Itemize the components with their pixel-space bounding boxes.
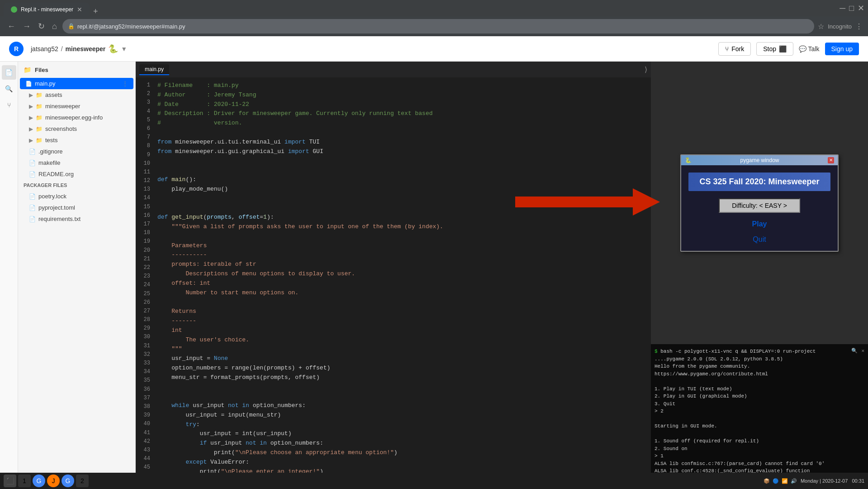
file-icon-pyproject: 📄 [29, 205, 36, 211]
file-icon-mainpy: 📄 [25, 81, 32, 87]
folder-icon-minesweeper2: 📁 [36, 103, 43, 110]
folder-icon-assets2: 📁 [36, 92, 43, 98]
packager-section-label: Packager files [18, 180, 135, 191]
signup-label: Sign up [831, 45, 853, 53]
file-icon-readme: 📄 [29, 171, 36, 177]
dropdown-icon[interactable]: ▼ [121, 45, 127, 53]
browser-titlebar: Repl.it - minesweeper ✕ + ─ □ ✕ [0, 0, 868, 16]
game-title: CS 325 Fall 2020: Minesweeper [688, 173, 830, 191]
search-icon-btn[interactable]: 🔍 [2, 82, 16, 96]
files-icon-btn[interactable]: 📄 [2, 65, 16, 80]
taskbar-chrome2[interactable]: G [62, 475, 74, 487]
folder-icon-egg: ▶ [29, 115, 33, 121]
file-poetry-lock[interactable]: 📄 poetry.lock [18, 191, 135, 202]
editor-tab-mainpy[interactable]: main.py [139, 64, 169, 75]
lock-icon: 🔒 [68, 23, 75, 29]
new-tab-button[interactable]: + [90, 7, 102, 16]
folder-assets[interactable]: ▶ 📁 assets [18, 89, 135, 101]
folder-name-egg: minesweeper.egg-info [45, 114, 103, 121]
terminal-prompt: $ [655, 349, 658, 354]
home-button[interactable]: ⌂ [50, 20, 59, 33]
quit-button[interactable]: Quit [753, 235, 766, 244]
folder-tests[interactable]: ▶ 📁 tests [18, 134, 135, 146]
code-content: # Filename : main.py # Author : Jeremy T… [154, 81, 651, 485]
fork-button[interactable]: ⑂ Fork [718, 42, 751, 56]
fork-icon: ⑂ [725, 45, 729, 53]
files-header: 📁 Files [18, 62, 135, 78]
breadcrumb-user: jatsang52 [31, 45, 58, 53]
nav-actions: ☆ Incognito ⋮ [818, 22, 863, 31]
menu-btn[interactable]: ⋮ [855, 22, 863, 31]
difficulty-button[interactable]: Difficulty: < EASY > [719, 198, 800, 213]
taskbar-time: 00:31 [852, 478, 864, 484]
incognito-label: Incognito [828, 23, 852, 30]
right-panel: 🐍 pygame window ✕ CS 325 Fall 2020: Mine… [651, 62, 868, 489]
terminal-area: 🔍 ✕ $ bash -c polygott-x11-vnc q && DISP… [651, 344, 868, 489]
code-editor-area: main.py ⟩ 12345 678910 1112131415 161718… [136, 62, 651, 489]
breadcrumb-repo: minesweeper [66, 45, 106, 53]
file-name-readme: README.org [38, 171, 74, 177]
editor-tab-label: main.py [145, 66, 164, 72]
pygame-close-btn[interactable]: ✕ [828, 157, 834, 163]
folder-name-assets: assets [45, 91, 62, 98]
address-bar[interactable]: 🔒 repl.it/@jatsang52/minesweeper#main.py [62, 19, 814, 34]
window-close-btn[interactable]: ✕ [858, 3, 864, 13]
files-section-label: Files [35, 67, 48, 73]
folder-egg-info[interactable]: ▶ 📁 minesweeper.egg-info [18, 112, 135, 123]
address-text: repl.it/@jatsang52/minesweeper#main.py [77, 23, 185, 30]
file-name-gitignore: .gitignore [38, 148, 62, 155]
signup-button[interactable]: Sign up [825, 43, 859, 55]
taskbar-wifi-icon: 📶 [782, 478, 788, 484]
collapse-btn[interactable]: ⟩ [645, 65, 647, 74]
file-item-mainpy[interactable]: 📄 main.py ⋮ [20, 78, 133, 89]
talk-icon: 💬 [799, 45, 806, 53]
folder-icon-assets: ▶ [29, 92, 33, 98]
git-icon-btn[interactable]: ⑂ [2, 98, 16, 112]
bookmark-btn[interactable]: ☆ [818, 22, 824, 31]
taskbar-jupyter[interactable]: J [47, 475, 60, 487]
window-minimize-btn[interactable]: ─ [840, 4, 845, 13]
taskbar: ⬛ 1 G J G 2 📦 🔵 📶 🔊 Monday | 2020-12-07 … [0, 473, 868, 489]
breadcrumb-separator: / [61, 45, 63, 53]
taskbar-chrome1[interactable]: 1 [18, 475, 31, 487]
tab-favicon [11, 6, 17, 13]
taskbar-terminal[interactable]: ⬛ [4, 475, 16, 487]
talk-label: Talk [808, 45, 820, 53]
taskbar-chromium1[interactable]: G [33, 475, 45, 487]
active-tab[interactable]: Repl.it - minesweeper ✕ [4, 3, 90, 16]
tab-close-btn[interactable]: ✕ [77, 6, 82, 13]
terminal-content: $ bash -c polygott-x11-vnc q && DISPLAY=… [655, 348, 864, 489]
file-name-mainpy: main.py [35, 80, 56, 87]
file-gitignore[interactable]: 📄 .gitignore [18, 146, 135, 157]
file-pyproject[interactable]: 📄 pyproject.toml [18, 202, 135, 213]
play-button[interactable]: Play [752, 220, 767, 228]
taskbar-chromium2[interactable]: 2 [76, 475, 89, 487]
stop-button[interactable]: Stop ⬛ [756, 42, 793, 56]
file-icon-gitignore: 📄 [29, 149, 36, 155]
taskbar-date: Monday | 2020-12-07 [801, 478, 848, 484]
taskbar-items: ⬛ 1 G J G 2 [4, 475, 89, 487]
talk-button[interactable]: 💬 Talk [799, 45, 820, 53]
pygame-area: 🐍 pygame window ✕ CS 325 Fall 2020: Mine… [651, 62, 868, 344]
folder-name-minesweeper: minesweeper [45, 103, 80, 110]
file-menu-mainpy[interactable]: ⋮ [122, 80, 128, 87]
pygame-body: CS 325 Fall 2020: Minesweeper Difficulty… [681, 165, 838, 251]
browser-tabs: Repl.it - minesweeper ✕ + [4, 0, 836, 16]
file-requirements[interactable]: 📄 requirements.txt [18, 213, 135, 225]
window-maximize-btn[interactable]: □ [849, 4, 854, 13]
pygame-title: pygame window [694, 157, 825, 163]
forward-button[interactable]: → [21, 20, 33, 33]
breadcrumb: jatsang52 / minesweeper 🐍 ▼ [31, 44, 127, 54]
terminal-clear-icon[interactable]: ✕ [861, 348, 864, 354]
back-button[interactable]: ← [5, 20, 17, 33]
reload-button[interactable]: ↻ [36, 19, 47, 33]
taskbar-datetime: Monday | 2020-12-07 00:31 [801, 478, 864, 484]
folder-icon-egg2: 📁 [36, 115, 43, 121]
language-icon: 🐍 [108, 44, 118, 54]
folder-minesweeper[interactable]: ▶ 📁 minesweeper [18, 101, 135, 112]
folder-screenshots[interactable]: ▶ 📁 screenshots [18, 123, 135, 134]
header-actions: ⑂ Fork Stop ⬛ 💬 Talk Sign up [718, 42, 859, 56]
file-readme[interactable]: 📄 README.org [18, 168, 135, 180]
file-makefile[interactable]: 📄 makefile [18, 157, 135, 168]
terminal-search-icon[interactable]: 🔍 [851, 348, 858, 354]
